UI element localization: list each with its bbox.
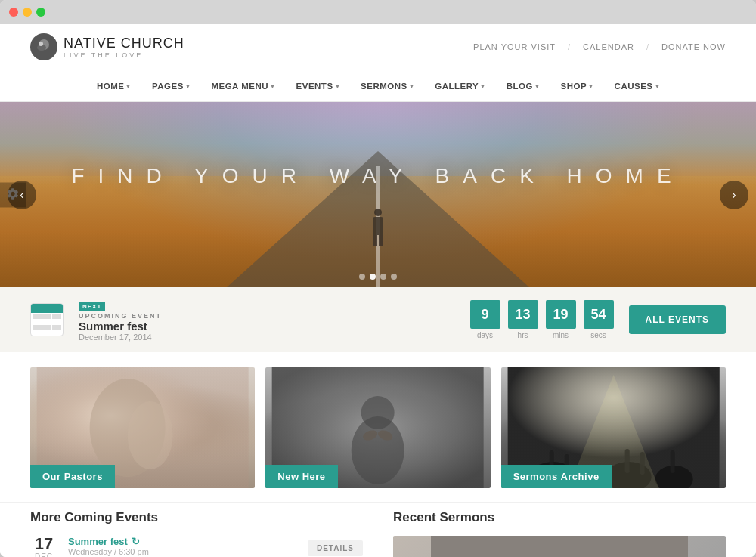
figure-head [374, 209, 382, 216]
hero-tagline: FIND YOUR WAY BACK HOME [71, 164, 684, 188]
event-date-box: 17 DEC [30, 536, 57, 557]
featured-card-new-here[interactable]: New Here [265, 367, 490, 488]
event-details-button[interactable]: DETAILS [308, 540, 363, 556]
slider-dots [359, 274, 397, 280]
figure-body [373, 217, 383, 235]
browser-maximize-btn[interactable] [36, 8, 45, 17]
header-divider-1: / [568, 42, 571, 51]
header-links: PLAN YOUR VISIT / CALENDAR / DONATE NOW [473, 42, 726, 51]
countdown-hrs-value: 13 [508, 300, 538, 329]
logo-tagline: LIVE THE LOVE [64, 51, 184, 59]
svg-rect-21 [670, 450, 674, 473]
figure-legs [373, 235, 383, 246]
calendar-link[interactable]: CALENDAR [583, 42, 634, 51]
nav-arrow-mega: ▾ [271, 82, 275, 90]
featured-grid: Our Pastors [30, 367, 726, 488]
nav-item-megamenu[interactable]: MEGA MENU ▾ [200, 70, 285, 102]
nav-item-gallery[interactable]: GALLERY ▾ [424, 70, 496, 102]
nav-arrow-pages: ▾ [186, 82, 191, 90]
nav-arrow-home: ▾ [126, 82, 131, 90]
countdown-mins: 19 mins [546, 300, 576, 339]
svg-point-2 [39, 42, 43, 46]
nav-arrow-causes: ▾ [655, 82, 660, 90]
nav-item-home[interactable]: HOME ▾ [86, 70, 141, 102]
hero-figure [373, 209, 383, 246]
sermons-column: Recent Sermons MARCH 7, 2014 [393, 510, 726, 557]
site-header: NATIVE CHURCH LIVE THE LOVE PLAN YOUR VI… [0, 24, 756, 70]
figure-leg-right [379, 235, 383, 246]
donate-link[interactable]: DONATE NOW [662, 42, 726, 51]
featured-card-sermons[interactable]: Sermons Archive [501, 367, 726, 488]
countdown-days-value: 9 [470, 300, 500, 329]
nav-item-pages[interactable]: PAGES ▾ [141, 70, 200, 102]
featured-section: Our Pastors [0, 352, 756, 502]
cal-cell-5 [42, 325, 51, 330]
nav-item-causes[interactable]: CAUSES ▾ [604, 70, 670, 102]
countdown-mins-label: mins [553, 331, 569, 339]
slider-dot-3[interactable] [380, 274, 386, 280]
events-heading: More Coming Events [30, 510, 363, 525]
browser-window: NATIVE CHURCH LIVE THE LOVE PLAN YOUR VI… [0, 0, 756, 557]
featured-card-pastors[interactable]: Our Pastors [30, 367, 255, 488]
nav-item-sermons[interactable]: SERMONS ▾ [350, 70, 424, 102]
countdown-mins-value: 19 [546, 300, 576, 329]
slider-next-btn[interactable]: › [720, 181, 748, 209]
event-month-name: DEC [30, 552, 57, 557]
browser-minimize-btn[interactable] [23, 8, 32, 17]
slider-dot-1[interactable] [359, 274, 365, 280]
countdown-days: 9 days [470, 300, 500, 339]
cal-cell-3 [52, 314, 61, 319]
logo-text: NATIVE CHURCH LIVE THE LOVE [64, 36, 184, 59]
header-divider-2: / [646, 42, 649, 51]
hero-slider: FIND YOUR WAY BACK HOME ‹ › [0, 102, 756, 287]
countdown-timer: 9 days 13 hrs 19 mins 54 secs [470, 300, 614, 339]
cal-icon-body [31, 313, 63, 336]
countdown-secs-label: secs [590, 331, 606, 339]
cal-cell-1 [33, 314, 42, 319]
logo-icon [30, 33, 57, 60]
figure-leg-left [373, 235, 377, 246]
cal-icon-header [31, 304, 63, 313]
nav-arrow-sermons: ▾ [410, 82, 414, 90]
nav-arrow-blog: ▾ [535, 82, 540, 90]
event-day-num: 17 [30, 536, 57, 552]
logo-area[interactable]: NATIVE CHURCH LIVE THE LOVE [30, 33, 184, 60]
slider-dot-4[interactable] [391, 274, 397, 280]
cal-cell-4 [33, 325, 42, 330]
plan-visit-link[interactable]: PLAN YOUR VISIT [473, 42, 556, 51]
event-title: Summer fest [79, 320, 455, 333]
countdown-secs: 54 secs [584, 300, 614, 339]
sermons-heading: Recent Sermons [393, 510, 726, 525]
slider-dot-2[interactable] [370, 274, 376, 280]
sermons-label: Sermons Archive [501, 465, 612, 488]
event-item-title: Summer fest ↻ [68, 536, 297, 547]
nav-item-blog[interactable]: BLOG ▾ [496, 70, 550, 102]
event-info: NEXT UPCOMING EVENT Summer fest December… [79, 298, 455, 342]
slider-prev-btn[interactable]: ‹ [8, 181, 36, 209]
nav-item-shop[interactable]: SHOP ▾ [550, 70, 603, 102]
event-next-badge: NEXT [79, 302, 105, 311]
event-item-time: Wednesday / 6:30 pm [68, 547, 297, 556]
browser-close-btn[interactable] [9, 8, 18, 17]
cal-cell-2 [42, 314, 51, 319]
bottom-section: More Coming Events 17 DEC Summer fest ↻ … [0, 502, 756, 557]
event-bar: NEXT UPCOMING EVENT Summer fest December… [0, 287, 756, 352]
svg-rect-24 [431, 536, 688, 557]
nav-item-events[interactable]: EVENTS ▾ [286, 70, 351, 102]
event-item-info: Summer fest ↻ Wednesday / 6:30 pm [68, 536, 297, 556]
nav-arrow-events: ▾ [336, 82, 340, 90]
events-column: More Coming Events 17 DEC Summer fest ↻ … [30, 510, 363, 557]
nav-items-list: HOME ▾ PAGES ▾ MEGA MENU ▾ EVENTS ▾ SERM… [86, 70, 670, 102]
cal-cell-6 [52, 325, 61, 330]
event-list-item: 17 DEC Summer fest ↻ Wednesday / 6:30 pm… [30, 536, 363, 557]
site-content: NATIVE CHURCH LIVE THE LOVE PLAN YOUR VI… [0, 24, 756, 557]
svg-point-8 [352, 416, 404, 484]
sermon-preview-image[interactable]: MARCH 7, 2014 [393, 536, 726, 557]
countdown-hrs: 13 hrs [508, 300, 538, 339]
countdown-secs-value: 54 [584, 300, 614, 329]
all-events-button[interactable]: ALL EVENTS [629, 305, 726, 334]
pastors-label: Our Pastors [30, 465, 115, 488]
calendar-icon [30, 303, 64, 336]
refresh-icon: ↻ [132, 536, 140, 547]
main-nav: HOME ▾ PAGES ▾ MEGA MENU ▾ EVENTS ▾ SERM… [0, 70, 756, 102]
